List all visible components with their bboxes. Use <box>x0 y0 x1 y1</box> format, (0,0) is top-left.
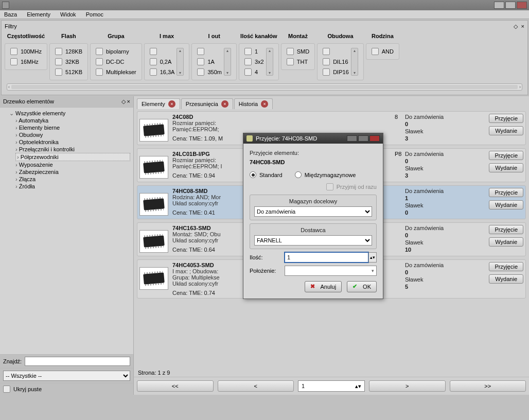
tree-node[interactable]: Zabezpieczenia <box>15 168 130 176</box>
tree-node[interactable]: Obudowy <box>15 131 130 138</box>
tree-node[interactable]: Wyposażenie <box>15 161 130 168</box>
issue-button[interactable]: Wydanie <box>489 163 523 172</box>
cancel-button[interactable]: ✖Anuluj <box>305 281 342 292</box>
radio-standard[interactable]: Standard <box>250 171 283 178</box>
filter-option[interactable]: AND <box>372 48 394 55</box>
menu-widok[interactable]: Widok <box>60 11 76 18</box>
close-icon[interactable]: × <box>221 100 228 108</box>
checkbox[interactable] <box>197 48 204 55</box>
checkbox[interactable] <box>287 48 294 55</box>
filter-option[interactable]: 350m <box>197 68 222 76</box>
checkbox[interactable] <box>287 58 294 65</box>
filter-option[interactable]: bipolarny <box>96 48 129 55</box>
issue-button[interactable]: Wydanie <box>489 200 523 209</box>
issue-button[interactable]: Wydanie <box>489 126 523 135</box>
tree-undock-icon[interactable]: ◇ <box>121 98 126 104</box>
receive-button[interactable]: Przyjęcie <box>489 225 523 234</box>
dialog-max-icon[interactable] <box>358 135 368 142</box>
tree-node[interactable]: Elementy bierne <box>15 124 130 131</box>
receive-button[interactable]: Przyjęcie <box>489 262 523 271</box>
tab-historia[interactable]: Historia× <box>234 98 273 109</box>
checkbox[interactable] <box>323 48 330 55</box>
issue-button[interactable]: Wydanie <box>489 237 523 247</box>
dialog-min-icon[interactable] <box>347 135 357 142</box>
filter-option[interactable]: 128KB <box>55 48 82 55</box>
filter-option[interactable]: Multiplekser <box>96 68 136 76</box>
filters-undock-icon[interactable]: ◇ <box>514 23 518 29</box>
filter-option[interactable]: 3x2 <box>244 58 264 65</box>
menu-pomoc[interactable]: Pomoc <box>86 11 103 18</box>
filter-scroll[interactable]: ▴▾ <box>224 48 231 76</box>
tab-elementy[interactable]: Elementy× <box>137 98 180 109</box>
tree-node[interactable]: Półprzewodniki <box>15 153 130 161</box>
filters-hscroll[interactable]: ‹› <box>7 83 522 91</box>
checkbox[interactable] <box>55 58 62 65</box>
supplier-select[interactable]: FARNELL <box>254 235 372 246</box>
filter-option[interactable]: 0,2A <box>150 58 172 65</box>
ok-button[interactable]: ✔OK <box>347 281 377 292</box>
receive-button[interactable]: Przyjęcie <box>489 188 523 197</box>
checkbox[interactable] <box>150 58 157 65</box>
filters-close-icon[interactable]: × <box>521 23 524 29</box>
tree-node[interactable]: Przełączniki i kontrolki <box>15 146 130 153</box>
qty-input[interactable] <box>285 252 368 262</box>
tab-przesuniecia[interactable]: Przesunięcia× <box>181 98 233 109</box>
filter-option[interactable]: 16,3A <box>150 68 175 76</box>
filter-option[interactable]: THT <box>287 58 308 65</box>
pager-next-button[interactable]: > <box>369 380 446 392</box>
window-min-icon[interactable] <box>494 2 504 9</box>
close-icon[interactable]: × <box>168 100 175 108</box>
filter-option[interactable]: 16MHz <box>10 58 39 65</box>
checkbox[interactable] <box>55 68 62 76</box>
receive-button[interactable]: Przyjęcie <box>489 114 523 123</box>
filter-option[interactable]: DIL16 <box>323 58 348 65</box>
checkbox[interactable] <box>96 58 103 65</box>
hide-empty-checkbox[interactable] <box>3 386 10 393</box>
filter-option[interactable]: 32KB <box>55 58 79 65</box>
window-close-icon[interactable] <box>517 2 527 9</box>
element-tree[interactable]: Wszystkie elementy AutomatykaElementy bi… <box>0 108 133 354</box>
filter-option[interactable] <box>323 48 333 55</box>
pos-combo[interactable]: ▾ <box>285 266 377 276</box>
filter-option[interactable]: DIP16 <box>323 68 349 76</box>
filter-option[interactable]: DC-DC <box>96 58 124 65</box>
filter-option[interactable] <box>150 48 160 55</box>
filter-option[interactable]: 1 <box>244 48 258 55</box>
checkbox[interactable] <box>197 68 204 76</box>
pager-last-button[interactable]: >> <box>450 380 526 392</box>
qty-spinner[interactable]: ▴▾ <box>368 252 377 262</box>
checkbox[interactable] <box>96 48 103 55</box>
checkbox[interactable] <box>323 58 330 65</box>
tree-node[interactable]: Źródła <box>15 183 130 190</box>
filter-option[interactable]: 4 <box>244 68 258 76</box>
radio-inter[interactable]: Międzymagazynowe <box>295 171 356 178</box>
dialog-close-icon[interactable] <box>369 135 380 142</box>
filter-option[interactable] <box>197 48 207 55</box>
menu-baza[interactable]: Baza <box>4 11 17 18</box>
checkbox[interactable] <box>244 68 252 76</box>
checkbox[interactable] <box>372 48 379 55</box>
checkbox[interactable] <box>10 48 17 55</box>
close-icon[interactable]: × <box>261 100 268 108</box>
menu-elementy[interactable]: Elementy <box>27 11 50 18</box>
filter-option[interactable]: 1A <box>197 58 214 65</box>
pager-prev-button[interactable]: < <box>218 380 294 392</box>
window-max-icon[interactable] <box>505 2 516 9</box>
tree-filter-select[interactable]: -- Wszystkie -- <box>3 371 130 381</box>
pager-page-select[interactable]: 1▴▾ <box>298 380 365 392</box>
filter-option[interactable]: 100MHz <box>10 48 42 55</box>
find-input[interactable] <box>25 357 130 366</box>
checkbox[interactable] <box>55 48 62 55</box>
checkbox[interactable] <box>96 68 103 76</box>
receive-button[interactable]: Przyjęcie <box>489 151 523 160</box>
tree-close-icon[interactable]: × <box>127 98 130 104</box>
tree-node[interactable]: Automatyka <box>15 117 130 124</box>
checkbox[interactable] <box>150 68 157 76</box>
filter-scroll[interactable]: ▴▾ <box>351 48 358 76</box>
issue-button[interactable]: Wydanie <box>489 274 523 284</box>
checkbox[interactable] <box>323 68 330 76</box>
tree-node[interactable]: Optoelektronika <box>15 138 130 146</box>
filter-scroll[interactable]: ▴▾ <box>177 48 184 76</box>
target-select[interactable]: Do zamówienia <box>254 206 372 217</box>
filter-option[interactable]: SMD <box>287 48 309 55</box>
